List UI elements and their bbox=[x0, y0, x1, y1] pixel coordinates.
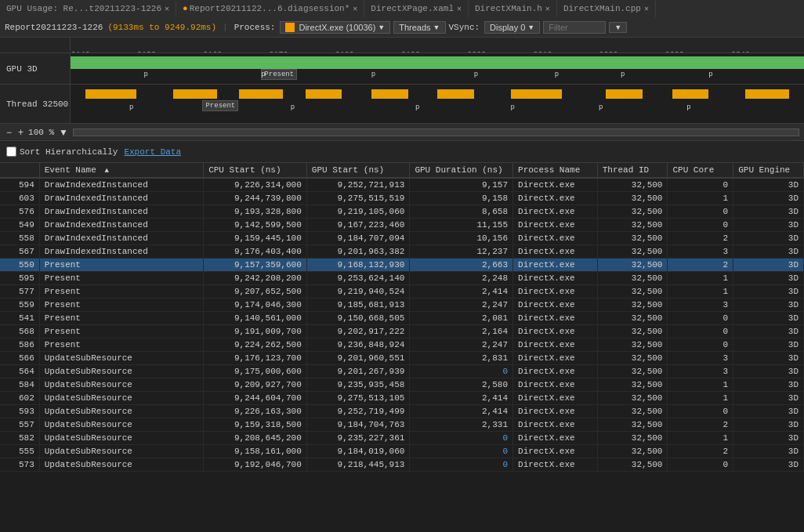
display-dropdown[interactable]: Display 0 ▼ bbox=[484, 21, 540, 34]
cell-cpustart: 9,191,009,700 bbox=[204, 325, 307, 338]
filter-input[interactable] bbox=[543, 21, 606, 34]
thread-label: Thread 32500 bbox=[0, 85, 71, 123]
cell-cpustart: 9,140,561,000 bbox=[204, 312, 307, 325]
col-header-event[interactable]: Event Name ▲ bbox=[39, 163, 203, 178]
export-data-link[interactable]: Export Data bbox=[124, 147, 181, 157]
thread-block-1 bbox=[85, 89, 137, 99]
tab-close-icon4[interactable]: ✕ bbox=[545, 4, 550, 13]
cell-process: DirectX.exe bbox=[513, 219, 598, 232]
table-row[interactable]: 584 UpdateSubResource 9,209,927,700 9,23… bbox=[0, 378, 804, 392]
table-row[interactable]: 558 DrawIndexedInstanced 9,159,445,100 9… bbox=[0, 232, 804, 245]
tab-report[interactable]: ● Report20211122...6.diagsession* ✕ bbox=[176, 0, 364, 17]
zoom-level: 100 % bbox=[28, 128, 54, 137]
timeline-ruler: 9140ms 9150ms 9160ms 9170ms 9180ms 9190m… bbox=[0, 38, 804, 53]
display-arrow-icon: ▼ bbox=[527, 24, 534, 31]
col-header-gpudur[interactable]: GPU Duration (ns) bbox=[410, 163, 513, 178]
cell-gpudur: 2,831 bbox=[410, 352, 513, 365]
col-header-gpueng[interactable]: GPU Engine bbox=[733, 163, 804, 178]
table-row[interactable]: 557 UpdateSubResource 9,159,318,500 9,18… bbox=[0, 418, 804, 432]
filter-dropdown[interactable]: ▼ bbox=[609, 22, 627, 33]
cell-cpucore: 2 bbox=[668, 259, 733, 272]
table-row[interactable]: 550 Present 9,157,359,600 9,168,132,930 … bbox=[0, 259, 804, 272]
cell-gpustart: 9,252,721,913 bbox=[306, 178, 410, 192]
table-row[interactable]: 576 DrawIndexedInstanced 9,193,328,800 9… bbox=[0, 205, 804, 219]
cell-gpustart: 9,184,707,094 bbox=[306, 232, 410, 245]
table-row[interactable]: 582 UpdateSubResource 9,208,645,200 9,23… bbox=[0, 432, 804, 445]
cell-thread: 32,500 bbox=[597, 432, 668, 445]
thread-track[interactable]: Present p p p p p p bbox=[71, 85, 804, 123]
cell-num: 584 bbox=[0, 378, 39, 392]
table-row[interactable]: 593 UpdateSubResource 9,226,163,300 9,25… bbox=[0, 405, 804, 418]
table-row[interactable]: 595 Present 9,242,208,200 9,253,624,140 … bbox=[0, 272, 804, 285]
col-header-num[interactable] bbox=[0, 163, 39, 178]
cell-cpucore: 1 bbox=[668, 392, 733, 405]
cell-cpucore: 3 bbox=[668, 352, 733, 365]
tab-main-h[interactable]: DirectXMain.h ✕ bbox=[469, 0, 557, 17]
cell-cpustart: 9,175,000,600 bbox=[204, 365, 307, 378]
thread-p-3: p bbox=[415, 103, 419, 111]
col-header-thread[interactable]: Thread ID bbox=[597, 163, 668, 178]
process-arrow-icon: ▼ bbox=[378, 24, 385, 31]
tab-bar: GPU Usage: Re...t20211223-1226 ✕ ● Repor… bbox=[0, 0, 804, 17]
zoom-minus-button[interactable]: − bbox=[5, 127, 13, 138]
gpu3d-track[interactable]: Present p p p p p p p bbox=[71, 53, 804, 84]
table-row[interactable]: 573 UpdateSubResource 9,192,046,700 9,21… bbox=[0, 458, 804, 472]
tab-main-cpp[interactable]: DirectXMain.cpp ✕ bbox=[557, 0, 656, 17]
table-row[interactable]: 549 DrawIndexedInstanced 9,142,599,500 9… bbox=[0, 219, 804, 232]
cell-num: 541 bbox=[0, 312, 39, 325]
cell-cpustart: 9,193,328,800 bbox=[204, 205, 307, 219]
cell-cpucore: 1 bbox=[668, 432, 733, 445]
zoom-plus-button[interactable]: + bbox=[16, 127, 25, 138]
cell-gpueng: 3D bbox=[733, 432, 804, 445]
p-label-5: p bbox=[555, 71, 559, 78]
col-header-cpucore[interactable]: CPU Core bbox=[668, 163, 733, 178]
cell-process: DirectX.exe bbox=[513, 365, 598, 378]
cell-process: DirectX.exe bbox=[513, 445, 598, 458]
tab-close-icon[interactable]: ✕ bbox=[165, 4, 169, 13]
col-header-gpustart[interactable]: GPU Start (ns) bbox=[306, 163, 410, 178]
thread-block-5 bbox=[371, 89, 408, 99]
cell-gpueng: 3D bbox=[733, 405, 804, 418]
threads-label: Threads bbox=[399, 23, 430, 32]
table-row[interactable]: 586 Present 9,224,262,500 9,236,848,924 … bbox=[0, 338, 804, 352]
thread-p-5: p bbox=[599, 103, 603, 111]
col-header-cpustart[interactable]: CPU Start (ns) bbox=[204, 163, 307, 178]
table-row[interactable]: 566 UpdateSubResource 9,176,123,700 9,20… bbox=[0, 352, 804, 365]
threads-dropdown[interactable]: Threads ▼ bbox=[393, 21, 445, 34]
cell-process: DirectX.exe bbox=[513, 312, 598, 325]
cell-num: 593 bbox=[0, 405, 39, 418]
horizontal-scrollbar[interactable] bbox=[73, 128, 799, 136]
cell-gpustart: 9,167,223,460 bbox=[306, 219, 410, 232]
tab-close-icon5[interactable]: ✕ bbox=[644, 4, 649, 13]
cell-process: DirectX.exe bbox=[513, 418, 598, 432]
table-row[interactable]: 541 Present 9,140,561,000 9,150,668,505 … bbox=[0, 312, 804, 325]
table-row[interactable]: 594 DrawIndexedInstanced 9,226,314,000 9… bbox=[0, 178, 804, 192]
table-row[interactable]: 555 UpdateSubResource 9,158,161,000 9,18… bbox=[0, 445, 804, 458]
tab-xaml[interactable]: DirectXPage.xaml ✕ bbox=[364, 0, 469, 17]
cell-cpucore: 1 bbox=[668, 378, 733, 392]
cell-thread: 32,500 bbox=[597, 445, 668, 458]
table-row[interactable]: 564 UpdateSubResource 9,175,000,600 9,20… bbox=[0, 365, 804, 378]
process-dropdown[interactable]: DirectX.exe (10036) ▼ bbox=[280, 21, 390, 34]
tab-gpu-usage[interactable]: GPU Usage: Re...t20211223-1226 ✕ bbox=[0, 0, 176, 17]
cell-gpustart: 9,253,624,140 bbox=[306, 272, 410, 285]
zoom-dropdown-button[interactable]: ▼ bbox=[57, 127, 70, 138]
cell-thread: 32,500 bbox=[597, 392, 668, 405]
cell-event: Present bbox=[39, 312, 203, 325]
col-header-process[interactable]: Process Name bbox=[513, 163, 598, 178]
table-row[interactable]: 559 Present 9,174,046,300 9,185,681,913 … bbox=[0, 299, 804, 312]
table-body: 594 DrawIndexedInstanced 9,226,314,000 9… bbox=[0, 178, 804, 472]
tab-close-icon2[interactable]: ✕ bbox=[353, 4, 357, 13]
cell-process: DirectX.exe bbox=[513, 325, 598, 338]
cell-cpustart: 9,176,123,700 bbox=[204, 352, 307, 365]
sort-hierarchically-checkbox[interactable] bbox=[6, 147, 16, 157]
sort-icon: ▲ bbox=[104, 167, 108, 175]
table-container[interactable]: Event Name ▲ CPU Start (ns) GPU Start (n… bbox=[0, 163, 804, 532]
table-row[interactable]: 603 DrawIndexedInstanced 9,244,739,800 9… bbox=[0, 192, 804, 205]
table-row[interactable]: 568 Present 9,191,009,700 9,202,917,222 … bbox=[0, 325, 804, 338]
table-row[interactable]: 577 Present 9,207,652,500 9,219,940,524 … bbox=[0, 285, 804, 299]
cell-event: UpdateSubResource bbox=[39, 445, 203, 458]
table-row[interactable]: 602 UpdateSubResource 9,244,604,700 9,27… bbox=[0, 392, 804, 405]
tab-close-icon3[interactable]: ✕ bbox=[457, 4, 462, 13]
table-row[interactable]: 567 DrawIndexedInstanced 9,176,403,400 9… bbox=[0, 245, 804, 259]
